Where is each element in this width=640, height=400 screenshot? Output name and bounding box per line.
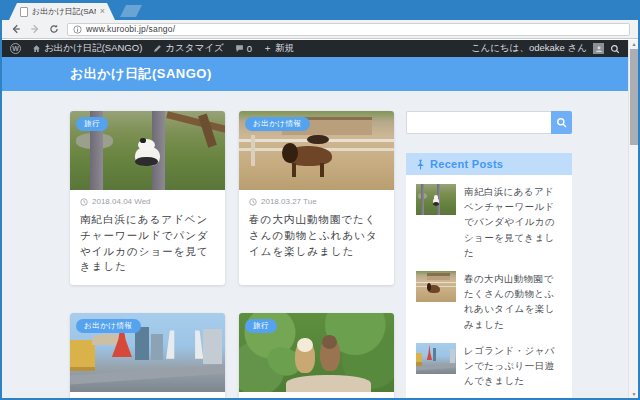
post-card[interactable]: 旅行 2018.04.04 Wed 南紀白浜にあるアドベンチャーワールドでパンダ…	[70, 111, 225, 285]
forward-button[interactable]	[29, 23, 41, 35]
post-thumbnail-pony: お出かけ情報	[239, 111, 394, 190]
pencil-icon	[153, 44, 162, 53]
browser-viewport: W お出かけ日記(SANGO) カスタマイズ	[2, 40, 638, 398]
scrollbar-up-icon[interactable]: ▲	[629, 41, 639, 47]
info-icon	[73, 25, 82, 34]
admin-bar-customize[interactable]: カスタマイズ	[153, 42, 223, 55]
post-thumbnail-owls: 旅行	[239, 313, 394, 392]
new-tab-button[interactable]	[120, 5, 142, 17]
scrollbar-down-icon[interactable]: ▼	[629, 391, 639, 397]
recent-post-item[interactable]: 南紀白浜にあるアドベンチャーワールドでパンダやイルカのショーを見てきました	[416, 184, 562, 260]
wp-admin-bar: W お出かけ日記(SANGO) カスタマイズ	[2, 40, 628, 57]
post-date: 2018.04.04 Wed	[80, 197, 215, 206]
home-icon	[32, 44, 41, 53]
post-card[interactable]: お出かけ情報 2018.01.27 Sat レゴランド・ジャパンでたっぷり一日遊…	[70, 313, 225, 398]
recent-post-title[interactable]: レゴランド・ジャパンでたっぷり一日遊んできました	[464, 343, 562, 389]
category-badge[interactable]: 旅行	[245, 319, 277, 333]
main-content: 旅行 2018.04.04 Wed 南紀白浜にあるアドベンチャーワールドでパンダ…	[2, 91, 628, 398]
post-card-grid: 旅行 2018.04.04 Wed 南紀白浜にあるアドベンチャーワールドでパンダ…	[70, 111, 394, 398]
post-title[interactable]: 春の大内山動物園でたくさんの動物とふれあいタイムを楽しみました	[249, 212, 384, 259]
web-page: W お出かけ日記(SANGO) カスタマイズ	[2, 40, 628, 398]
browser-window: お出かけ日記(SANGO) | Ju × www.kuroobi.jp/sang…	[0, 0, 640, 400]
category-badge[interactable]: お出かけ情報	[245, 117, 310, 131]
recent-posts-widget: Recent Posts 南紀白浜にあるアドベンチャーワールドでパンダやイルカの…	[406, 153, 572, 398]
recent-posts-header: Recent Posts	[406, 153, 572, 175]
browser-titlebar: お出かけ日記(SANGO) | Ju ×	[2, 0, 638, 20]
search-button[interactable]	[551, 111, 572, 134]
url-bar[interactable]: www.kuroobi.jp/sango/	[67, 23, 630, 36]
post-card[interactable]: 旅行 2017.09.28 Thu 掛川市にある掛川花鳥園でフクロウやペンギンと…	[239, 313, 394, 398]
post-thumbnail-panda: 旅行	[70, 111, 225, 190]
wordpress-logo-icon[interactable]: W	[10, 43, 21, 54]
recent-post-thumb-panda	[416, 184, 456, 215]
admin-bar-search-icon[interactable]	[610, 44, 620, 54]
search-icon	[556, 117, 567, 128]
category-badge[interactable]: お出かけ情報	[76, 319, 141, 333]
admin-bar-new[interactable]: ＋ 新規	[263, 42, 294, 55]
page-scrollbar[interactable]: ▲ ▼	[628, 40, 638, 398]
sidebar: Recent Posts 南紀白浜にあるアドベンチャーワールドでパンダやイルカの…	[406, 111, 572, 398]
search-widget	[406, 111, 572, 134]
avatar	[593, 43, 604, 54]
back-button[interactable]	[10, 23, 22, 35]
recent-post-item[interactable]: 春の大内山動物園でたくさんの動物とふれあいタイムを楽しみました	[416, 271, 562, 332]
post-card[interactable]: お出かけ情報 2018.03.27 Tue 春の大内山動物園でたくさんの動物とふ…	[239, 111, 394, 285]
admin-bar-comments[interactable]: 0	[235, 43, 252, 54]
recent-post-item[interactable]: レゴランド・ジャパンでたっぷり一日遊んできました	[416, 343, 562, 389]
clock-icon	[80, 198, 88, 206]
browser-toolbar: www.kuroobi.jp/sango/	[2, 20, 638, 39]
tab-title: お出かけ日記(SANGO) | Ju	[32, 6, 96, 17]
admin-bar-greeting[interactable]: こんにちは、odekake さん	[471, 42, 587, 55]
search-input[interactable]	[406, 111, 551, 134]
recent-post-title[interactable]: 南紀白浜にあるアドベンチャーワールドでパンダやイルカのショーを見てきました	[464, 184, 562, 260]
refresh-button[interactable]	[48, 23, 60, 35]
browser-tab[interactable]: お出かけ日記(SANGO) | Ju ×	[9, 3, 115, 20]
recent-post-thumb-legoland	[416, 343, 456, 374]
comment-bubble-icon	[235, 44, 244, 53]
tab-close-icon[interactable]: ×	[100, 7, 105, 16]
recent-posts-list: 南紀白浜にあるアドベンチャーワールドでパンダやイルカのショーを見てきました 春の…	[406, 175, 572, 398]
clock-icon	[249, 198, 257, 206]
tab-favicon-icon	[20, 7, 28, 17]
post-thumbnail-legoland: お出かけ情報	[70, 313, 225, 392]
url-text: www.kuroobi.jp/sango/	[86, 24, 175, 34]
post-date: 2018.03.27 Tue	[249, 197, 384, 206]
post-title[interactable]: 南紀白浜にあるアドベンチャーワールドでパンダやイルカのショーを見てきました	[80, 212, 215, 275]
pushpin-icon	[415, 159, 426, 170]
site-title[interactable]: お出かけ日記(SANGO)	[70, 65, 212, 83]
admin-bar-site-name[interactable]: お出かけ日記(SANGO)	[32, 42, 142, 55]
recent-post-thumb-pony	[416, 271, 456, 302]
category-badge[interactable]: 旅行	[76, 117, 108, 131]
recent-post-title[interactable]: 春の大内山動物園でたくさんの動物とふれあいタイムを楽しみました	[464, 271, 562, 332]
scrollbar-thumb[interactable]	[630, 49, 638, 145]
site-header: お出かけ日記(SANGO)	[2, 57, 628, 91]
